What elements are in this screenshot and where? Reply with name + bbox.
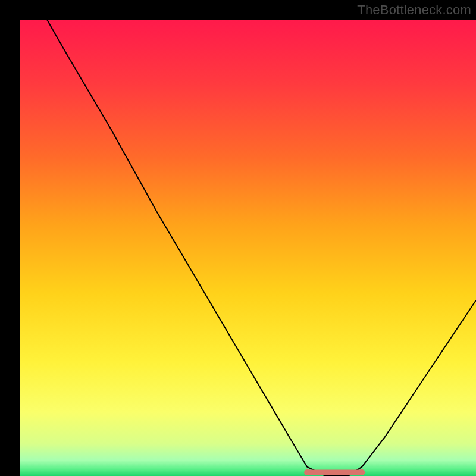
plot-background: [20, 20, 476, 476]
bottleneck-chart: [0, 0, 476, 476]
optimal-zone-left-dot: [304, 469, 310, 475]
chart-frame: TheBottleneck.com: [0, 0, 476, 476]
optimal-zone-right-dot: [359, 469, 365, 475]
